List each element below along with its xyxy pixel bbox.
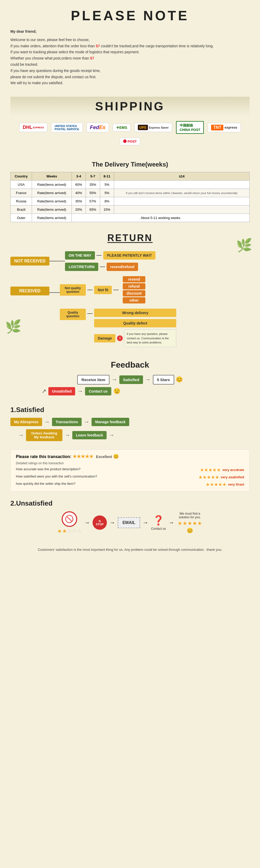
contact-us-flow-box: Contact us: [85, 387, 111, 396]
not-received-box: NOT RECEIVED: [10, 257, 49, 266]
arrow-received: [49, 292, 60, 293]
table-row: USA Rate(Items arrived) 60% 35% 5%: [11, 181, 250, 189]
empty-stars: ★ ★ ☆ ☆ ☆: [57, 528, 82, 534]
col-3-4: 3-4: [71, 172, 86, 181]
exclamation-icon: !: [117, 335, 123, 341]
shipping-section: SHIPPING DHL EXPRESS UNITED STATESPOSTAL…: [0, 91, 260, 156]
resolution-options: resend refund discount other: [123, 276, 145, 304]
rate-usa: Rate(Items arrived): [32, 181, 71, 189]
carrier-chinapost: 中国邮政CHINA POST: [176, 121, 204, 134]
col-ge14: ≥14: [114, 172, 249, 181]
resend-box: resend: [123, 276, 145, 282]
full-stars: ★ ★ ★ ★ ★: [178, 520, 202, 526]
satisfied-title: 1.Satisfied: [10, 406, 250, 414]
happy-emoji: 😊: [176, 376, 183, 383]
smile-emoji: 😊: [113, 454, 119, 459]
transactions-box: Transactions: [52, 418, 82, 426]
on-the-way-box: ON THE WAY: [65, 251, 95, 259]
note-para6: please do not submit the dispute, and co…: [10, 74, 250, 80]
note-para7: We will try to make you satisfied.: [10, 80, 250, 86]
country-russia: Russia: [11, 197, 32, 206]
quality-sub-items: Wrong delivery Quality defect Damage ! i…: [94, 309, 176, 347]
table-row: Outer Rate(Items arrived) About 5-11 wor…: [11, 214, 250, 222]
col-5-7: 5-7: [86, 172, 100, 181]
table-row: Brazil Rate(Items arrived) 20% 65% 15%: [11, 206, 250, 214]
feedback-section: Feedback Receive item → Satisfied → 5 St…: [0, 355, 260, 403]
please-note-title: PLEASE NOTE: [10, 8, 250, 23]
no-circle-icon: 🚫: [62, 511, 77, 527]
lost-return-row: LOST/RETURN resend/refund: [65, 263, 155, 271]
unsat-flow: 🚫 ★ ★ ☆ ☆ ☆ → NSTOP → EMAIL → ❓ Contact …: [10, 511, 250, 534]
sad-emoji: 😟: [113, 388, 120, 395]
excellent-label: Excellent: [96, 455, 112, 459]
rate-row-1: How accurate was the product description…: [16, 467, 244, 473]
feedback-title: Feedback: [10, 360, 250, 370]
not-received-branches: ON THE WAY PLEASE PATIENTLY WAIT LOST/RE…: [65, 251, 155, 271]
col-weeks: Weeks: [32, 172, 71, 181]
arrow-icon2: →: [145, 376, 151, 383]
rate-brazil: Rate(Items arrived): [32, 206, 71, 214]
question-mark-icon: ❓: [153, 515, 164, 526]
delivery-section: The Delivery Time(weeks) Country Weeks 3…: [0, 156, 260, 227]
feedback-flow: Receive item → Satisfied → 5 Stars 😊: [10, 375, 250, 384]
received-box: RECEIVED: [10, 286, 49, 296]
arrow-s5: →: [109, 432, 114, 438]
col-country: Country: [11, 172, 32, 181]
arrow-s4: →: [64, 432, 70, 438]
arrow-s3: →: [18, 432, 24, 438]
col-8-11: 8-11: [100, 172, 114, 181]
country-usa: USA: [11, 181, 32, 189]
note-para4b: could be tracked.: [10, 62, 250, 68]
table-row: Russia Rate(Items arrived) 35% 57% 8%: [11, 197, 250, 206]
must-find-label: We must find a solution for you.: [177, 512, 203, 519]
question-group: ❓ Contact us: [151, 515, 166, 530]
country-outer: Outer: [11, 214, 32, 222]
greeting: My dear friend;: [10, 29, 250, 35]
five-stars-group: 5 Stars 😊: [153, 375, 183, 384]
unsatisfied-flow-box: Unsatisfied: [48, 387, 75, 396]
damage-box: Damage: [94, 334, 115, 342]
flowchart: NOT RECEIVED ON THE WAY PLEASE PATIENTLY…: [10, 251, 250, 347]
orders-awaiting-box: Orders Awaiting My feedback: [26, 429, 62, 441]
rate-row-2: How satisfied were you with the sell's c…: [16, 474, 244, 480]
arrow-u3: →: [143, 519, 148, 526]
carrier-auspost: 🅐 POST: [120, 138, 140, 145]
happy-emoji-2: 😊: [187, 527, 193, 534]
arrow-u4: →: [169, 519, 174, 526]
steps-row-1: My Aliexpress → Transactions → Manage fe…: [10, 418, 250, 426]
not-fit-box: Not fit: [94, 286, 112, 294]
stop-group: NSTOP: [92, 516, 107, 530]
discount-box: discount: [123, 290, 145, 297]
arrow-icon3: ↗: [41, 388, 46, 395]
rate-france: Rate(Items arrived): [32, 189, 71, 197]
manage-feedback-box: Manage feedback: [91, 418, 129, 426]
on-the-way-row: ON THE WAY PLEASE PATIENTLY WAIT: [65, 251, 155, 259]
note-para1: Welcome to our store, please feel free t…: [10, 37, 250, 43]
arrow-icon1: →: [112, 376, 117, 383]
not-received-row: NOT RECEIVED ON THE WAY PLEASE PATIENTLY…: [10, 251, 250, 271]
contact-us-label: Contact us: [151, 527, 166, 530]
quality-question-box: Quality question: [60, 309, 86, 320]
delivery-title: The Delivery Time(weeks): [10, 161, 250, 168]
note-para2: If you make orders, attention that the o…: [10, 43, 250, 49]
wrong-delivery-box: Wrong delivery: [94, 309, 176, 317]
quality-question-row: Quality question Wrong delivery Quality …: [60, 309, 176, 347]
country-france: France: [11, 189, 32, 197]
arrow-icon4: →: [77, 388, 83, 395]
rate-section: Please rate this transaction: ★★★★★ Exce…: [10, 450, 250, 492]
not-quality-box: Not quality question: [60, 284, 86, 296]
table-row: France Rate(Items arrived) 40% 55% 5% if…: [11, 189, 250, 197]
other-box: other: [123, 297, 145, 304]
my-aliexpress-box: My Aliexpress: [10, 418, 42, 426]
lost-return-box: LOST/RETURN: [65, 263, 98, 271]
country-brazil: Brazil: [11, 206, 32, 214]
unsatisfied-title: 2.Unsatisfied: [10, 499, 250, 507]
carrier-fedex: FedEx: [87, 123, 109, 132]
rate-row-3: how quickly did the seller ship the item…: [16, 482, 244, 487]
five-stars-box: 5 Stars: [153, 375, 174, 384]
rate-outer: Rate(Items arrived): [32, 214, 71, 222]
note-para4: Whether you choose what post,orders more…: [10, 55, 250, 62]
please-wait-box: PLEASE PATIENTLY WAIT: [103, 251, 155, 259]
contact-note-box: if you have any question, please contact…: [124, 330, 176, 347]
carrier-ups: UPS Express Saver: [135, 123, 172, 132]
